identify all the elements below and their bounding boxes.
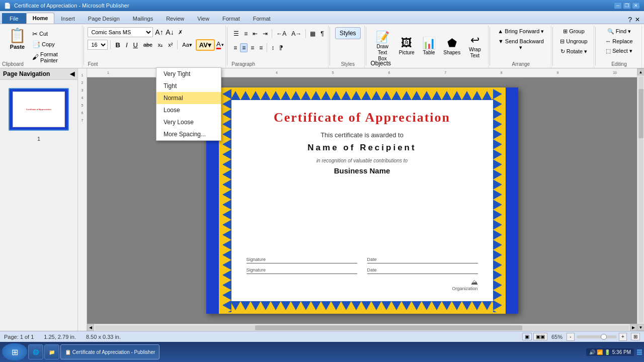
replace-button[interactable]: ↔ Replace	[603, 37, 634, 45]
decrease-indent-button[interactable]: ⇤	[251, 29, 260, 38]
select-button[interactable]: ⬚ Select ▾	[604, 47, 634, 55]
tab-format1[interactable]: Format	[216, 13, 247, 24]
spacing-more[interactable]: More Spacing...	[156, 128, 221, 140]
tab-file[interactable]: File	[2, 13, 26, 24]
arrange-group: ▲ Bring Forward ▾ ▼ Send Backward ▾ Arra…	[491, 25, 551, 68]
bold-button[interactable]: B	[113, 40, 122, 50]
tab-review[interactable]: Review	[159, 13, 191, 24]
zoom-slider[interactable]	[577, 335, 617, 338]
fit-page-btn[interactable]: ⊞	[631, 333, 640, 340]
subscript-button[interactable]: x₂	[156, 41, 165, 49]
vertical-scrollbar[interactable]: ▲ ▼	[637, 68, 644, 331]
right-to-left-button[interactable]: A→	[289, 29, 303, 38]
font-shrink-btn[interactable]: A↓	[165, 28, 174, 37]
scroll-up-btn[interactable]: ▲	[637, 68, 645, 75]
single-page-view-btn[interactable]: ▣	[522, 333, 532, 340]
spacing-normal[interactable]: Normal	[156, 92, 221, 104]
align-right-button[interactable]: ≡	[249, 43, 256, 52]
align-center-button[interactable]: ≡	[240, 43, 248, 52]
scroll-track-h[interactable]	[95, 325, 629, 330]
ungroup-button[interactable]: ⊟ Ungroup	[558, 37, 589, 46]
picture-button[interactable]: 🖼 Picture	[396, 30, 417, 64]
character-spacing-button[interactable]: AV▾	[196, 39, 215, 51]
show-para-button[interactable]: ¶	[318, 29, 326, 38]
bullets-button[interactable]: ☰	[231, 29, 241, 38]
scroll-thumb-h[interactable]	[255, 325, 522, 330]
close-btn[interactable]: ✕	[632, 2, 640, 9]
scroll-left-btn[interactable]: ◀	[87, 324, 94, 331]
two-page-view-btn[interactable]: ▣▣	[533, 333, 547, 340]
help-icon[interactable]: ?	[628, 16, 632, 24]
horizontal-scrollbar[interactable]: ◀ ▶	[87, 324, 637, 331]
start-button[interactable]: ⊞	[2, 343, 27, 360]
font-family-select[interactable]: Comic Sans MS	[88, 27, 153, 37]
ie-taskbar-btn[interactable]: 🌐	[28, 344, 43, 359]
bring-forward-button[interactable]: ▲ Bring Forward ▾	[496, 27, 546, 36]
draw-textbox-button[interactable]: 📝 DrawText Box	[370, 30, 394, 64]
show-desktop-btn[interactable]	[637, 349, 642, 355]
scroll-right-btn[interactable]: ▶	[630, 324, 637, 331]
navigation-panel-close[interactable]: ◀	[70, 70, 74, 77]
certificate-title: Certificate of Appreciation	[274, 110, 450, 125]
scroll-track-v[interactable]	[638, 76, 643, 323]
zoom-thumb[interactable]	[601, 334, 607, 340]
tab-home[interactable]: Home	[26, 13, 55, 24]
tab-mailings[interactable]: Mailings	[126, 13, 159, 24]
group-button[interactable]: ⊞ Group	[561, 27, 587, 36]
scroll-thumb-v[interactable]	[638, 89, 643, 138]
page-thumbnail[interactable]: Certificate of Appreciation	[9, 88, 69, 131]
explorer-taskbar-btn[interactable]: 📁	[44, 344, 59, 359]
close-ribbon-icon[interactable]: ✕	[635, 16, 640, 23]
restore-btn[interactable]: ❐	[623, 2, 631, 9]
publisher-taskbar-btn[interactable]: 📋 Certificate of Appreciation - Publishe…	[60, 344, 159, 359]
columns-button[interactable]: ▦	[308, 29, 317, 38]
find-button[interactable]: 🔍 Find ▾	[605, 27, 633, 36]
zoom-out-btn[interactable]: -	[567, 333, 575, 341]
italic-button[interactable]: I	[124, 40, 130, 50]
signature-1-label: Signature	[247, 257, 357, 263]
spacing-tight[interactable]: Tight	[156, 80, 221, 92]
align-left-button[interactable]: ≡	[231, 43, 239, 52]
font-grow-btn[interactable]: A↑	[154, 28, 164, 37]
cut-button[interactable]: ✂ Cut	[30, 29, 79, 39]
table-button[interactable]: 📊 Table	[419, 30, 439, 64]
scroll-down-btn[interactable]: ▼	[637, 324, 645, 331]
increase-indent-button[interactable]: ⇥	[261, 29, 270, 38]
underline-button[interactable]: U	[131, 40, 140, 50]
copy-button[interactable]: 📑 Copy	[30, 40, 79, 49]
date-1-label: Date	[367, 257, 478, 263]
format-painter-button[interactable]: 🖌 Format Painter	[30, 50, 79, 64]
wrap-text-button[interactable]: ↩ WrapText	[465, 30, 485, 64]
tab-page-design[interactable]: Page Design	[82, 13, 126, 24]
send-backward-button[interactable]: ▼ Send Backward ▾	[494, 37, 548, 52]
tab-view[interactable]: View	[191, 13, 216, 24]
left-to-right-button[interactable]: ←A	[274, 29, 288, 38]
group-group-label	[573, 61, 575, 67]
styles-selector[interactable]: Styles	[335, 27, 361, 39]
clear-format-btn[interactable]: ✗	[176, 28, 185, 37]
font-size-select[interactable]: 16	[88, 40, 108, 50]
justify-button[interactable]: ≡	[257, 43, 265, 52]
styles-group-label: Styles	[341, 61, 355, 67]
zoom-in-btn[interactable]: +	[619, 333, 627, 341]
spacing-very-tight[interactable]: Very Tight	[156, 68, 221, 80]
numbering-button[interactable]: ≡	[242, 29, 250, 38]
left-border-decoration	[220, 89, 231, 312]
change-case-button[interactable]: Aa▾	[180, 41, 194, 49]
font-color-button[interactable]: A	[216, 40, 221, 49]
tab-format2[interactable]: Format	[247, 13, 277, 24]
superscript-button[interactable]: x²	[166, 41, 175, 49]
font-color-dropdown[interactable]: ▾	[221, 42, 224, 47]
line-spacing-button[interactable]: ↕	[269, 43, 276, 52]
draw-textbox-icon: 📝	[376, 32, 389, 43]
rotate-button[interactable]: ↻ Rotate ▾	[558, 47, 590, 56]
spacing-very-loose[interactable]: Very Loose	[156, 116, 221, 128]
para-spacing-button[interactable]: ⁋	[277, 43, 285, 52]
zoom-controls[interactable]: - +	[567, 333, 627, 341]
shapes-button[interactable]: ⬟ Shapes	[441, 30, 463, 64]
strikethrough-button[interactable]: abc	[141, 41, 154, 49]
minimize-btn[interactable]: ─	[614, 2, 622, 9]
paste-button[interactable]: 📋 Paste	[5, 26, 30, 67]
spacing-loose[interactable]: Loose	[156, 104, 221, 116]
tab-insert[interactable]: Insert	[54, 13, 82, 24]
